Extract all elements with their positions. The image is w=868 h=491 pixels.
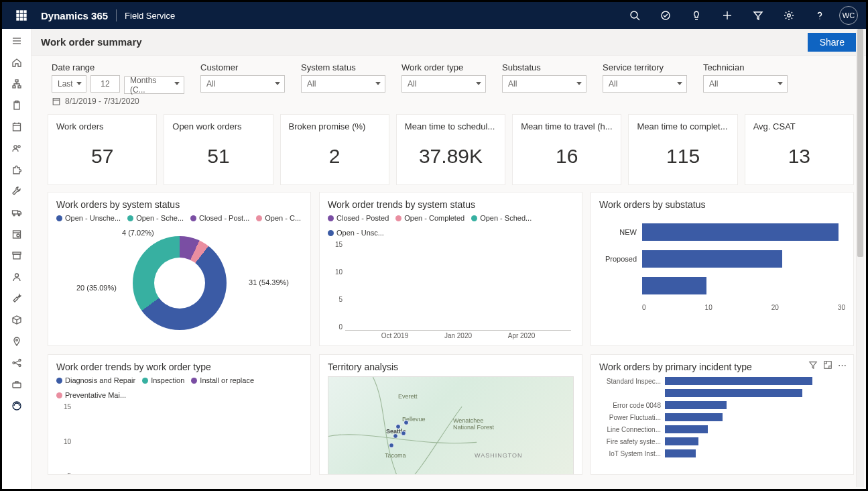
date-range-display: 8/1/2019 - 7/31/2020 [32, 95, 866, 111]
network-icon[interactable] [7, 355, 26, 371]
map-pin-icon[interactable] [7, 333, 26, 349]
card-trends-by-status[interactable]: Work order trends by system status Close… [319, 192, 582, 346]
box-icon[interactable] [7, 312, 26, 328]
person-icon[interactable] [7, 269, 26, 285]
wrench-tool-icon[interactable] [7, 183, 26, 199]
more-icon[interactable]: ⋯ [838, 360, 848, 372]
truck-icon[interactable] [7, 205, 26, 221]
substatus-select[interactable]: All [502, 75, 586, 93]
kpi-card[interactable]: Mean time to travel (h...16 [512, 114, 621, 185]
svg-point-29 [13, 146, 16, 148]
svg-rect-21 [13, 86, 15, 88]
filter-icon[interactable] [747, 2, 769, 29]
share-button[interactable]: Share [808, 33, 857, 52]
svg-point-11 [662, 11, 670, 19]
svg-rect-2 [24, 11, 26, 13]
analytics-icon[interactable] [7, 398, 26, 414]
svg-point-15 [788, 14, 790, 17]
svg-rect-44 [13, 383, 21, 388]
app-name: Field Service [125, 11, 175, 21]
bar-chart: 15105 [56, 403, 302, 475]
gear-icon[interactable] [778, 2, 800, 29]
svg-line-10 [637, 17, 639, 20]
home-icon[interactable] [7, 54, 26, 70]
brand-label: Dynamics 365 [41, 10, 108, 21]
filter-bar: Date range Last 12 Months (C... Customer… [32, 56, 866, 95]
kpi-card[interactable]: Open work orders51 [164, 114, 273, 185]
territory-select[interactable]: All [603, 75, 687, 93]
svg-rect-48 [824, 362, 832, 369]
page-titlebar: Work order summary Share [32, 29, 866, 56]
map-visual[interactable]: Everett Seattle Bellevue Tacoma WASHINGT… [328, 376, 574, 475]
left-nav-rail [2, 29, 32, 489]
search-icon[interactable] [623, 2, 646, 29]
kpi-card[interactable]: Mean time to schedul...37.89K [396, 114, 505, 185]
vertical-scrollbar[interactable] [856, 29, 864, 487]
archive-icon[interactable] [7, 248, 26, 264]
main-content: Work order summary Share Date range Last… [32, 29, 866, 489]
card-trends-by-wotype[interactable]: Work order trends by work order type Dia… [48, 354, 311, 475]
header-divider [116, 9, 117, 21]
plus-icon[interactable] [716, 2, 739, 29]
case-icon[interactable] [7, 376, 26, 392]
svg-rect-3 [17, 15, 19, 17]
date-last-select[interactable]: Last [52, 75, 86, 93]
svg-point-36 [17, 234, 19, 237]
system-status-select[interactable]: All [301, 75, 385, 93]
svg-rect-20 [15, 80, 18, 82]
svg-point-32 [13, 214, 15, 216]
filter-icon[interactable] [808, 360, 818, 372]
kpi-card[interactable]: Broken promise (%)2 [280, 114, 389, 185]
filter-system-status: System status All [301, 62, 385, 93]
bar-chart: 151050 Oct 2019Jan 2020Ap [328, 241, 574, 341]
lightbulb-icon[interactable] [685, 2, 708, 29]
customer-select[interactable]: All [200, 75, 285, 93]
kpi-card[interactable]: Avg. CSAT13 [745, 114, 854, 185]
kpi-card[interactable]: Work orders57 [48, 114, 157, 185]
hbar-chart: Standard Inspec... Error code 0048 Power… [599, 376, 845, 458]
puzzle-icon[interactable] [7, 162, 26, 178]
global-header: Dynamics 365 Field Service WC [2, 2, 866, 29]
svg-rect-1 [21, 11, 23, 13]
filter-technician: Technician All [703, 62, 788, 93]
sitemap-icon[interactable] [7, 76, 26, 92]
people-icon[interactable] [7, 140, 26, 156]
svg-point-41 [13, 362, 15, 364]
kpi-card[interactable]: Mean time to complet...115 [628, 114, 737, 185]
help-icon[interactable] [808, 2, 831, 29]
filter-substatus: Substatus All [502, 62, 586, 93]
card-wo-by-system-status[interactable]: Work orders by system status Open - Unsc… [48, 192, 311, 346]
wotype-select[interactable]: All [401, 75, 486, 93]
task-icon[interactable] [654, 2, 677, 29]
focus-icon[interactable] [823, 360, 832, 372]
chart-legend: Diagnosis and Repair Inspection Install … [56, 376, 302, 399]
svg-rect-46 [53, 99, 60, 105]
charts-grid: Work orders by system status Open - Unsc… [32, 192, 866, 482]
svg-rect-8 [24, 18, 26, 20]
app-launcher-icon[interactable] [10, 2, 33, 29]
filter-label: Date range [52, 62, 184, 72]
svg-point-42 [19, 360, 21, 362]
card-wo-by-incident-type[interactable]: Work orders by primary incident type ⋯ S… [591, 354, 854, 475]
map-roads [328, 377, 573, 475]
wrench-icon[interactable] [7, 290, 26, 307]
clipboard-icon[interactable] [7, 97, 26, 113]
user-avatar[interactable]: WC [839, 6, 858, 25]
filter-wotype: Work order type All [401, 62, 486, 93]
date-n-input[interactable]: 12 [90, 75, 120, 93]
calendar-range-icon [52, 97, 61, 106]
svg-point-16 [819, 18, 820, 19]
svg-rect-6 [17, 18, 19, 20]
svg-rect-22 [18, 86, 21, 88]
calendar-icon[interactable] [7, 119, 26, 135]
card-territory-analysis[interactable]: Territory analysis Everett Seattle Belle… [319, 354, 582, 475]
filter-date-range: Date range Last 12 Months (C... [52, 62, 184, 94]
menu-icon[interactable] [7, 33, 26, 49]
svg-rect-4 [21, 15, 23, 17]
technician-select[interactable]: All [703, 75, 788, 93]
date-unit-select[interactable]: Months (C... [124, 76, 184, 94]
page-title: Work order summary [41, 36, 142, 48]
card-wo-by-substatus[interactable]: Work orders by substatus NEW Proposed 01… [591, 192, 854, 346]
schedule-icon[interactable] [7, 226, 26, 242]
chart-legend: Closed - Posted Open - Completed Open - … [328, 214, 574, 237]
